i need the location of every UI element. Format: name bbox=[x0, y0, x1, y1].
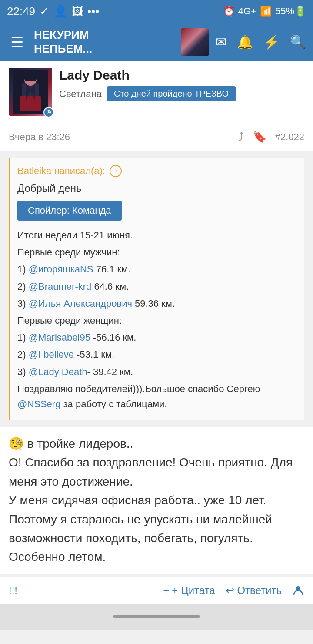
share-icon[interactable]: ⤴ bbox=[238, 130, 244, 144]
signal-icon: 📶 bbox=[260, 6, 272, 17]
quote-line-1: Итоги недели 15-21 июня. bbox=[17, 228, 297, 243]
user-icon bbox=[292, 584, 304, 597]
bottom-bar-divider-1 bbox=[113, 615, 200, 618]
bell-icon[interactable]: 🔔 bbox=[237, 34, 253, 50]
quote-line-9: 3) @Lady Death- 39.42 км. bbox=[17, 364, 297, 379]
svg-rect-2 bbox=[20, 96, 41, 111]
mention-ladydeath[interactable]: @Lady Death bbox=[29, 366, 87, 377]
post-number: #2.022 bbox=[275, 131, 304, 143]
mention-marisabel[interactable]: @Marisabel95 bbox=[29, 332, 90, 343]
app-title: НЕКУРИМ НЕПЬЕМ... bbox=[34, 28, 174, 55]
alarm-icon: ⏰ bbox=[223, 6, 235, 17]
quote-button-icon: + bbox=[163, 584, 169, 597]
search-icon[interactable]: 🔍 bbox=[290, 34, 306, 50]
profile-avatar-wrap bbox=[9, 68, 52, 116]
mention-igor[interactable]: @игоряшкаNS bbox=[29, 264, 93, 275]
battery-level: 55%🔋 bbox=[275, 6, 306, 17]
hamburger-menu[interactable]: ☰ bbox=[7, 30, 27, 54]
more-icon: ••• bbox=[87, 5, 99, 18]
spoiler-button[interactable]: Спойлер: Команда bbox=[17, 201, 122, 221]
quote-up-icon[interactable]: ↑ bbox=[110, 165, 122, 177]
quote-content: Итоги недели 15-21 июня. Первые среди му… bbox=[17, 228, 297, 412]
svg-point-7 bbox=[48, 111, 50, 113]
post-time: Вчера в 23:26 bbox=[9, 131, 70, 143]
quote-author: Batleika написал(а): ↑ bbox=[17, 165, 297, 177]
quote-button[interactable]: + + Цитата bbox=[163, 584, 215, 597]
check-icon: ✓ bbox=[40, 5, 49, 18]
reply-button-label: ↩ Ответить bbox=[226, 584, 282, 597]
person-icon: 👤 bbox=[53, 5, 67, 18]
status-time: 22:49 bbox=[7, 5, 35, 18]
status-bar: 22:49 ✓ 👤 🖼 ••• ⏰ 4G+ 📶 55%🔋 bbox=[0, 0, 313, 23]
quote-line-2: Первые среди мужчин: bbox=[17, 245, 297, 260]
nav-icons: ✉ 🔔 ⚡ 🔍 bbox=[216, 34, 306, 50]
user-button[interactable] bbox=[292, 584, 304, 597]
profile-realname: Светлана bbox=[59, 88, 102, 100]
profile-sub: Светлана Сто дней пройдено ТРЕЗВО bbox=[59, 86, 304, 101]
image-icon: 🖼 bbox=[72, 5, 83, 18]
quote-greeting: Добрый день bbox=[17, 182, 297, 195]
nav-avatar-image bbox=[181, 28, 209, 56]
quote-block: Batleika написал(а): ↑ Добрый день Спойл… bbox=[9, 158, 304, 420]
bottom-bar bbox=[0, 604, 313, 630]
mention-nsserg[interactable]: @NSSerg bbox=[17, 399, 60, 409]
profile-badge: Сто дней пройдено ТРЕЗВО bbox=[107, 86, 236, 101]
quote-line-10: Поздравляю победителей))).Большое спасиб… bbox=[17, 381, 297, 412]
nav-avatar[interactable] bbox=[181, 28, 209, 56]
reply-button[interactable]: ↩ Ответить bbox=[226, 584, 282, 597]
quote-line-7: 1) @Marisabel95 -56.16 км. bbox=[17, 330, 297, 345]
mention-ibelieve[interactable]: @I believe bbox=[29, 349, 74, 360]
quote-line-6: Первые среди женщин: bbox=[17, 313, 297, 328]
quote-button-label: + Цитата bbox=[172, 584, 215, 597]
reaction-button[interactable]: !!! bbox=[9, 584, 17, 597]
post-actions: !!! + + Цитата ↩ Ответить bbox=[0, 577, 313, 604]
svg-point-8 bbox=[296, 586, 300, 590]
quote-line-5: 3) @Илья Александрович 59.36 км. bbox=[17, 296, 297, 311]
quote-line-3: 1) @игоряшкаNS 76.1 км. bbox=[17, 262, 297, 277]
profile-header: Lady Death Светлана Сто дней пройдено ТР… bbox=[0, 61, 313, 123]
mention-ilya[interactable]: @Илья Александрович bbox=[29, 298, 132, 309]
mention-braumer[interactable]: @Braumer-krd bbox=[29, 281, 92, 292]
profile-info: Lady Death Светлана Сто дней пройдено ТР… bbox=[59, 68, 304, 101]
post-action-right: + + Цитата ↩ Ответить bbox=[163, 584, 304, 597]
quote-author-name: Batleika написал(а): bbox=[17, 165, 105, 177]
quote-line-8: 2) @I believe -53.1 км. bbox=[17, 347, 297, 362]
post-text: 🧐 в тройке лидеров.. О! Спасибо за поздр… bbox=[9, 434, 304, 567]
profile-avatar-image bbox=[13, 70, 48, 114]
profile-name[interactable]: Lady Death bbox=[59, 68, 304, 83]
online-badge bbox=[43, 107, 54, 117]
mail-icon[interactable]: ✉ bbox=[216, 34, 226, 50]
network-type: 4G+ bbox=[238, 6, 256, 17]
bookmark-icon[interactable]: 🔖 bbox=[253, 130, 266, 144]
post-meta: Вчера в 23:26 ⤴ 🔖 #2.022 bbox=[0, 123, 313, 151]
nav-bar: ☰ НЕКУРИМ НЕПЬЕМ... ✉ 🔔 ⚡ 🔍 bbox=[0, 23, 313, 61]
lightning-icon[interactable]: ⚡ bbox=[263, 34, 280, 50]
quote-line-4: 2) @Braumer-krd 64.6 км. bbox=[17, 279, 297, 294]
post-body: 🧐 в тройке лидеров.. О! Спасибо за поздр… bbox=[0, 427, 313, 574]
post-meta-right: ⤴ 🔖 #2.022 bbox=[238, 130, 304, 144]
svg-rect-4 bbox=[24, 74, 37, 81]
